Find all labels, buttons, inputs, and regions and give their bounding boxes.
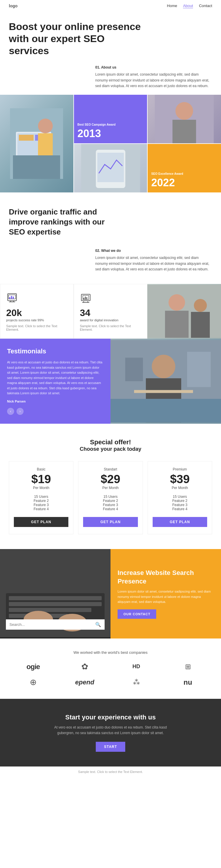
what-text: Lorem ipsum dolor sit amet, consectetur … [95,255,212,272]
image-tablet [74,144,147,192]
partners-label: We worked with the world's best companie… [9,650,212,655]
what-section-label: 02. What we do [95,249,212,253]
search-icon: 🔍 [95,622,101,627]
nav-home[interactable]: Home [167,3,177,8]
svg-rect-3 [19,135,34,141]
drive-headline: Drive organic traffic and improve rankin… [9,207,121,237]
plan-standart-period: Per Month [83,486,138,490]
search-presence-right: Increase Website Search Presence Lorem i… [111,549,221,639]
stats-row: 20k projects success rate 99% Sample tex… [0,284,221,339]
testimonials-right [111,339,221,424]
image-grid: Best SEO Campaign Award 2013 SEO Excelle… [0,95,221,192]
special-offer-label: Special offer! [9,438,212,446]
testimonials-nav-arrows: ‹ › [7,408,104,415]
plan-premium-features: 15 Users Feature 2 Feature 3 Feature 4 [153,495,207,511]
partner-ogie: ogie [27,662,40,671]
footer-note: Sample text. Click to select the Text El… [0,767,221,777]
cta-text: At vero eos et accusam et justo duo dolo… [52,725,169,736]
what-right: 02. What we do Lorem ipsum dolor sit ame… [92,249,212,272]
plan-premium-price: $39 [153,472,207,486]
svg-point-5 [38,119,53,133]
next-arrow[interactable]: › [17,408,24,415]
svg-rect-7 [13,155,60,179]
svg-rect-25 [85,297,86,300]
svg-rect-46 [9,608,91,612]
plan-basic-f3: Feature 3 [14,503,68,507]
stat-card-1: 34 award for digital innovation Sample t… [74,284,147,339]
plan-premium-period: Per Month [153,486,207,490]
image-woman [0,95,73,192]
plan-standart-f1: 15 Users [83,495,138,499]
plan-premium-f3: Feature 3 [153,503,207,507]
drive-section: Drive organic traffic and improve rankin… [0,192,221,249]
logo: logo [9,3,18,8]
cta-footer: Start your experience with us At vero eo… [0,699,221,767]
award-2022-cell: SEO Excellence Award 2022 [148,144,221,192]
stat-icon-1 [80,291,141,305]
our-contact-btn[interactable]: OUR CONTACT [117,609,156,619]
prev-arrow[interactable]: ‹ [7,408,14,415]
plan-premium-f2: Feature 2 [153,499,207,503]
svg-rect-26 [86,297,87,300]
partner-flower: ✿ [81,662,88,672]
plan-standart-f4: Feature 4 [83,507,138,511]
hero-headline: Boost your online presence with our expe… [9,21,144,57]
search-presence-section: 🔍 Increase Website Search Presence Lorem… [0,549,221,639]
partner-grid-icon: ⊞ [185,662,191,671]
svg-rect-17 [11,296,12,299]
svg-rect-38 [125,358,143,381]
svg-rect-24 [83,298,84,300]
plan-standart-price: $29 [83,472,138,486]
nav-contact[interactable]: Contact [199,3,212,8]
testimonials-title: Testimonials [7,347,104,355]
plan-standart: Standart $29 Per Month 15 Users Feature … [78,461,143,534]
partner-nu: nu [184,678,192,686]
plan-premium: Premium $39 Per Month 15 Users Feature 2… [148,461,212,534]
testimonials-section: Testimonials At vero eos et accusam et j… [0,339,221,424]
about-right: 01. About us Lorem ipsum dolor sit amet,… [92,65,212,89]
stat-number-1: 34 [80,308,141,318]
image-business-woman [148,95,221,143]
plan-premium-btn[interactable]: GET PLAN [153,517,207,527]
plan-premium-f4: Feature 4 [153,507,207,511]
stat-desc-0: Sample text. Click to select the Text El… [6,324,67,331]
svg-rect-16 [9,297,10,299]
partner-circle-icon: ⊕ [30,677,36,687]
start-button[interactable]: START [96,742,125,752]
hero-section: Boost your online presence with our expe… [0,12,221,62]
testimonials-left: Testimonials At vero eos et accusam et j… [0,339,111,424]
stat-card-0: 20k projects success rate 99% Sample tex… [0,284,74,339]
nav-about[interactable]: About [183,3,193,8]
plan-basic-f1: 15 Users [14,495,68,499]
svg-rect-34 [191,312,210,338]
about-section-label: 01. About us [95,65,212,69]
plan-standart-features: 15 Users Feature 2 Feature 3 Feature 4 [83,495,138,511]
partners-section: We worked with the world's best companie… [0,639,221,699]
svg-rect-40 [111,399,221,422]
plan-basic-period: Per Month [14,486,68,490]
award-2013-cell: Best SEO Campaign Award 2013 [74,95,147,143]
pricing-subtitle: Choose your pack today [9,446,212,452]
svg-point-33 [194,299,207,312]
plan-premium-name: Premium [153,467,207,471]
nav-links: Home About Contact [167,3,212,8]
stat-image-cell [147,284,221,339]
partner-epend: epend [75,679,94,686]
plan-basic-name: Basic [14,467,68,471]
navigation: logo Home About Contact [0,0,221,12]
svg-rect-6 [38,133,53,157]
plan-basic: Basic $19 Per Month 15 Users Feature 2 F… [9,461,73,534]
search-presence-left: 🔍 [0,549,111,639]
plan-basic-btn[interactable]: GET PLAN [14,517,68,527]
plan-standart-btn[interactable]: GET PLAN [83,517,138,527]
award-2013-label: Best SEO Campaign Award [78,123,144,126]
stat-icon-0 [6,291,67,305]
plan-basic-f4: Feature 4 [14,507,68,511]
plan-basic-features: 15 Users Feature 2 Feature 3 Feature 4 [14,495,68,511]
svg-rect-45 [9,602,102,606]
svg-point-36 [152,354,175,378]
what-section: 02. What we do Lorem ipsum dolor sit ame… [0,249,221,278]
search-input[interactable] [9,622,95,627]
testimonials-quote: At vero eos et accusam et justo duo dolo… [7,360,104,396]
testimonials-author: Nick Parsen [7,400,104,403]
